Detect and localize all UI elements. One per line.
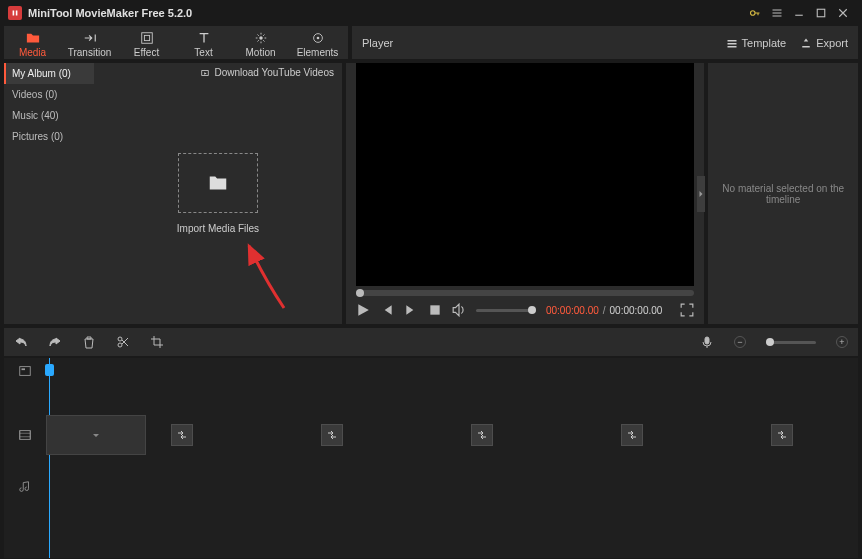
audio-track-icon <box>4 480 46 494</box>
template-label: Template <box>742 37 787 49</box>
folder-music[interactable]: Music (40) <box>4 105 94 126</box>
tab-text[interactable]: Text <box>175 26 232 59</box>
tab-motion-label: Motion <box>245 47 275 58</box>
text-track-icon <box>4 364 46 378</box>
video-track[interactable] <box>4 410 858 460</box>
svg-point-8 <box>118 337 122 341</box>
tab-transition-label: Transition <box>68 47 112 58</box>
preview-panel: 00:00:00.00 / 00:00:00.00 <box>346 63 704 324</box>
seek-thumb[interactable] <box>356 289 364 297</box>
zoom-in-button[interactable]: + <box>836 336 848 348</box>
svg-rect-3 <box>144 35 149 40</box>
import-media-button[interactable] <box>178 153 258 213</box>
transition-slot[interactable] <box>171 424 193 446</box>
play-button[interactable] <box>356 303 370 317</box>
export-label: Export <box>816 37 848 49</box>
minimize-button[interactable] <box>788 2 810 24</box>
tab-media[interactable]: Media <box>4 26 61 59</box>
template-button[interactable]: Template <box>726 37 787 49</box>
text-track[interactable] <box>4 358 858 384</box>
transition-slot[interactable] <box>321 424 343 446</box>
redo-button[interactable] <box>48 335 62 349</box>
player-title: Player <box>362 37 393 49</box>
tab-effect-label: Effect <box>134 47 159 58</box>
tab-motion[interactable]: Motion <box>232 26 289 59</box>
export-button[interactable]: Export <box>800 37 848 49</box>
stop-button[interactable] <box>428 303 442 317</box>
split-button[interactable] <box>116 335 130 349</box>
volume-icon[interactable] <box>452 303 466 317</box>
download-youtube-link[interactable]: Download YouTube Videos <box>200 67 334 78</box>
tab-elements-label: Elements <box>297 47 339 58</box>
playback-controls: 00:00:00.00 / 00:00:00.00 <box>346 296 704 324</box>
zoom-slider[interactable] <box>766 341 816 344</box>
folder-list: My Album (0) Videos (0) Music (40) Pictu… <box>4 63 94 324</box>
media-panel: My Album (0) Videos (0) Music (40) Pictu… <box>4 63 342 324</box>
zoom-thumb[interactable] <box>766 338 774 346</box>
svg-point-6 <box>316 36 319 39</box>
zoom-out-button[interactable]: − <box>734 336 746 348</box>
video-track-icon <box>4 428 46 442</box>
svg-rect-12 <box>22 368 26 370</box>
tab-media-label: Media <box>19 47 46 58</box>
import-media-label: Import Media Files <box>177 223 259 234</box>
expand-handle[interactable] <box>697 176 705 212</box>
svg-rect-2 <box>141 32 152 43</box>
key-icon[interactable] <box>744 2 766 24</box>
svg-rect-7 <box>430 305 439 314</box>
folder-my-album[interactable]: My Album (0) <box>4 63 94 84</box>
download-youtube-label: Download YouTube Videos <box>214 67 334 78</box>
mic-icon[interactable] <box>700 335 714 349</box>
preview-canvas[interactable] <box>356 63 694 286</box>
total-time: 00:00:00.00 <box>610 305 663 316</box>
clip-slot[interactable] <box>46 415 146 455</box>
player-header: Player Template Export <box>352 26 858 59</box>
audio-track[interactable] <box>4 474 858 500</box>
seek-bar[interactable] <box>356 290 694 296</box>
menu-icon[interactable] <box>766 2 788 24</box>
download-icon <box>88 427 104 443</box>
tab-effect[interactable]: Effect <box>118 26 175 59</box>
svg-point-9 <box>118 343 122 347</box>
svg-rect-10 <box>705 337 709 344</box>
folder-pictures[interactable]: Pictures (0) <box>4 126 94 147</box>
transition-slot[interactable] <box>471 424 493 446</box>
transition-slot[interactable] <box>771 424 793 446</box>
timeline <box>4 358 858 558</box>
delete-button[interactable] <box>82 335 96 349</box>
close-button[interactable] <box>832 2 854 24</box>
folder-icon <box>207 172 229 194</box>
svg-rect-13 <box>20 431 31 440</box>
transition-slot[interactable] <box>621 424 643 446</box>
fullscreen-button[interactable] <box>680 303 694 317</box>
tab-text-label: Text <box>194 47 212 58</box>
folder-videos[interactable]: Videos (0) <box>4 84 94 105</box>
properties-panel: No material selected on the timeline <box>708 63 858 324</box>
svg-point-4 <box>259 36 263 40</box>
app-title: MiniTool MovieMaker Free 5.2.0 <box>28 7 192 19</box>
no-selection-message: No material selected on the timeline <box>716 183 850 205</box>
timeline-toolbar: − + <box>4 328 858 356</box>
main-tabs: Media Transition Effect Text Motion Elem… <box>4 26 348 59</box>
svg-point-0 <box>751 11 756 16</box>
volume-thumb[interactable] <box>528 306 536 314</box>
next-frame-button[interactable] <box>404 303 418 317</box>
prev-frame-button[interactable] <box>380 303 394 317</box>
maximize-button[interactable] <box>810 2 832 24</box>
title-bar: MiniTool MovieMaker Free 5.2.0 <box>0 0 862 26</box>
current-time: 00:00:00.00 <box>546 305 599 316</box>
tab-elements[interactable]: Elements <box>289 26 346 59</box>
svg-rect-11 <box>20 367 31 376</box>
tab-transition[interactable]: Transition <box>61 26 118 59</box>
crop-button[interactable] <box>150 335 164 349</box>
undo-button[interactable] <box>14 335 28 349</box>
volume-slider[interactable] <box>476 309 536 312</box>
svg-rect-1 <box>817 9 825 17</box>
time-separator: / <box>603 305 606 316</box>
app-logo <box>8 6 22 20</box>
